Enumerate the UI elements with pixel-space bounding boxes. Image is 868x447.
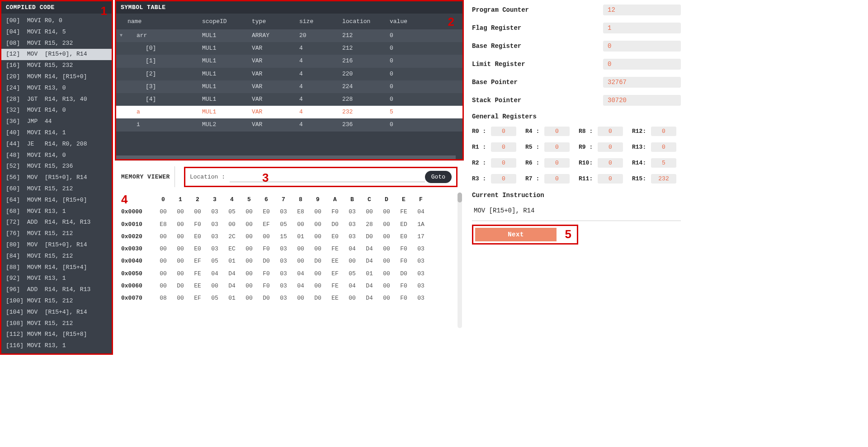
memory-cell[interactable]: F0 (395, 255, 412, 267)
code-line[interactable]: [24] MOVI R13, 0 (1, 83, 112, 94)
symbol-table-scrollbar[interactable] (116, 155, 462, 159)
memory-cell[interactable]: 00 (292, 255, 309, 267)
memory-cell[interactable]: 00 (241, 255, 258, 267)
memory-cell[interactable]: E0 (326, 231, 344, 243)
memory-cell[interactable]: 00 (155, 231, 172, 243)
memory-cell[interactable]: F0 (395, 243, 412, 255)
memory-cell[interactable]: 03 (412, 243, 429, 255)
memory-cell[interactable]: D4 (361, 243, 378, 255)
code-line[interactable]: [88] MOVM R14, [R15+4] (1, 262, 112, 273)
memory-cell[interactable]: 00 (172, 231, 189, 243)
code-line[interactable]: [16] MOVI R15, 232 (1, 60, 112, 71)
memory-cell[interactable]: F0 (258, 280, 275, 292)
code-line[interactable]: [52] MOVI R15, 236 (1, 161, 112, 172)
memory-cell[interactable]: 03 (206, 243, 223, 255)
code-line[interactable]: [20] MOVM R14, [R15+0] (1, 71, 112, 83)
caret-down-icon[interactable]: ▼ (120, 33, 123, 39)
goto-button[interactable]: Goto (425, 171, 452, 183)
memory-cell[interactable]: F0 (258, 243, 275, 255)
code-line[interactable]: [84] MOVI R15, 212 (1, 251, 112, 262)
memory-cell[interactable]: 00 (189, 206, 206, 218)
memory-cell[interactable]: 00 (155, 243, 172, 255)
memory-cell[interactable]: 00 (344, 292, 361, 304)
symbol-row[interactable]: iMUL2VAR42360 (116, 118, 462, 131)
memory-cell[interactable]: 03 (344, 206, 361, 218)
memory-cell[interactable]: D0 (258, 292, 275, 304)
memory-cell[interactable]: 03 (412, 280, 429, 292)
memory-cell[interactable]: 00 (292, 243, 309, 255)
code-line[interactable]: [68] MOVI R13, 1 (1, 206, 112, 217)
memory-cell[interactable]: 00 (344, 255, 361, 267)
memory-cell[interactable]: 00 (378, 206, 395, 218)
code-line[interactable]: [100] MOVI R15, 212 (1, 296, 112, 307)
memory-cell[interactable]: 03 (344, 231, 361, 243)
code-line[interactable]: [04] MOVI R14, 5 (1, 27, 112, 38)
symbol-row[interactable]: [4]MUL1VAR42280 (116, 93, 462, 106)
memory-cell[interactable]: 00 (241, 231, 258, 243)
symbol-row[interactable]: [2]MUL1VAR42200 (116, 68, 462, 80)
memory-cell[interactable]: 00 (172, 292, 189, 304)
code-line[interactable]: [32] MOVI R14, 0 (1, 105, 112, 116)
code-line[interactable]: [116] MOVI R13, 1 (1, 340, 112, 352)
memory-cell[interactable]: 05 (275, 218, 292, 231)
memory-scrollbar[interactable] (458, 193, 462, 328)
memory-cell[interactable]: 00 (378, 218, 395, 231)
memory-cell[interactable]: D0 (309, 255, 326, 267)
memory-cell[interactable]: FE (326, 243, 344, 255)
code-line[interactable]: [00] MOVI R0, 0 (1, 15, 112, 27)
memory-cell[interactable]: E0 (395, 231, 412, 243)
memory-cell[interactable]: 00 (155, 206, 172, 218)
memory-cell[interactable]: FE (395, 206, 412, 218)
memory-cell[interactable]: 00 (241, 280, 258, 292)
code-line[interactable]: [72] ADD R14, R14, R13 (1, 217, 112, 228)
code-line[interactable]: [56] MOV [R15+0], R14 (1, 172, 112, 184)
memory-cell[interactable]: 01 (223, 292, 241, 304)
memory-cell[interactable]: 17 (412, 231, 429, 243)
code-line[interactable]: [92] MOVI R13, 1 (1, 273, 112, 284)
memory-cell[interactable]: 00 (378, 243, 395, 255)
memory-cell[interactable]: 03 (275, 255, 292, 267)
location-input[interactable] (230, 171, 425, 182)
memory-cell[interactable]: F0 (395, 280, 412, 292)
memory-cell[interactable]: 00 (309, 206, 326, 218)
memory-cell[interactable]: E8 (155, 218, 172, 231)
memory-cell[interactable]: EF (326, 268, 344, 280)
memory-cell[interactable]: 28 (361, 218, 378, 231)
memory-cell[interactable]: 00 (241, 268, 258, 280)
code-line[interactable]: [28] JGT R14, R13, 40 (1, 94, 112, 105)
memory-cell[interactable]: 1A (412, 218, 429, 231)
memory-cell[interactable]: D0 (326, 218, 344, 231)
memory-cell[interactable]: 04 (344, 280, 361, 292)
memory-cell[interactable]: 2C (223, 231, 241, 243)
memory-cell[interactable]: 00 (378, 292, 395, 304)
symbol-row[interactable]: [3]MUL1VAR42240 (116, 80, 462, 93)
memory-cell[interactable]: 03 (275, 280, 292, 292)
memory-cell[interactable]: D0 (361, 231, 378, 243)
memory-cell[interactable]: D4 (361, 292, 378, 304)
memory-cell[interactable]: 00 (241, 243, 258, 255)
memory-cell[interactable]: 08 (155, 292, 172, 304)
code-line[interactable]: [112] MOVM R14, [R15+8] (1, 329, 112, 340)
memory-cell[interactable]: 05 (206, 255, 223, 267)
code-line[interactable]: [08] MOVI R15, 232 (1, 38, 112, 49)
memory-cell[interactable]: 03 (412, 255, 429, 267)
memory-cell[interactable]: 00 (309, 218, 326, 231)
memory-cell[interactable]: 00 (172, 218, 189, 231)
memory-cell[interactable]: FE (326, 280, 344, 292)
symbol-row[interactable]: [0]MUL1VAR42120 (116, 42, 462, 55)
memory-cell[interactable]: 00 (172, 255, 189, 267)
memory-cell[interactable]: D4 (361, 280, 378, 292)
memory-cell[interactable]: F0 (326, 206, 344, 218)
memory-cell[interactable]: 01 (292, 231, 309, 243)
memory-cell[interactable]: E8 (292, 206, 309, 218)
code-line[interactable]: [44] JE R14, R0, 208 (1, 139, 112, 150)
memory-cell[interactable]: 00 (292, 292, 309, 304)
next-button[interactable]: Next (475, 228, 557, 241)
memory-cell[interactable]: 00 (309, 268, 326, 280)
memory-cell[interactable]: 05 (206, 292, 223, 304)
memory-cell[interactable]: 00 (206, 280, 223, 292)
memory-cell[interactable]: EC (223, 243, 241, 255)
memory-cell[interactable]: EF (189, 255, 206, 267)
memory-cell[interactable]: 00 (378, 268, 395, 280)
memory-cell[interactable]: 00 (378, 231, 395, 243)
